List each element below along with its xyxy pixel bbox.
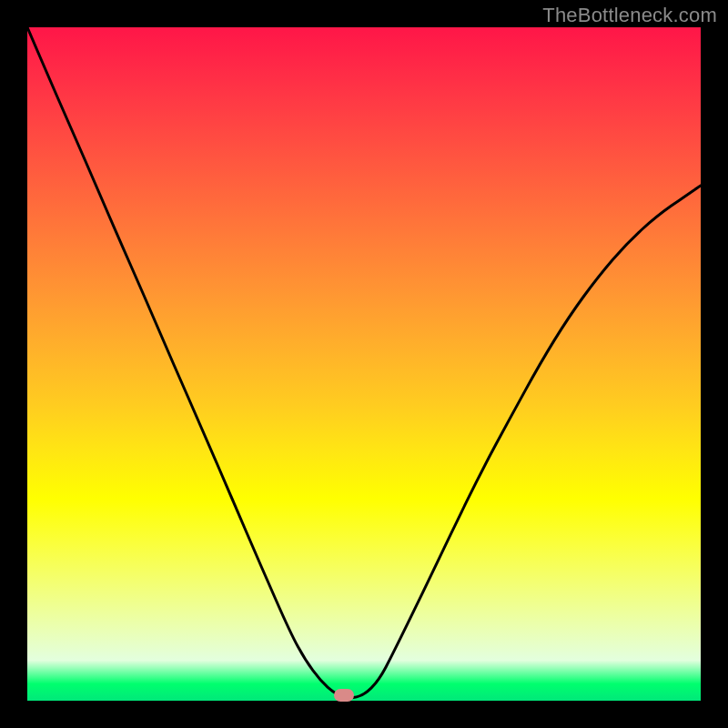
optimal-marker (334, 689, 354, 702)
bottleneck-curve (27, 27, 701, 701)
chart-frame: TheBottleneck.com (0, 0, 728, 728)
watermark-text: TheBottleneck.com (542, 4, 717, 27)
plot-area (27, 27, 701, 701)
